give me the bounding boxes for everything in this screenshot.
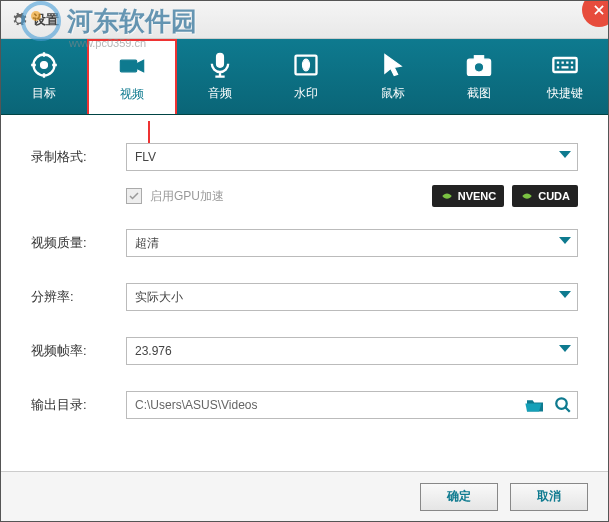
- camera-icon: [465, 51, 493, 79]
- svg-point-9: [556, 398, 567, 409]
- tab-label: 水印: [294, 85, 318, 102]
- nvidia-icon: [440, 189, 454, 203]
- svg-rect-8: [553, 58, 576, 72]
- format-label: 录制格式:: [31, 148, 126, 166]
- select-value: 23.976: [135, 344, 172, 358]
- search-icon: [554, 396, 572, 414]
- select-value: FLV: [135, 150, 156, 164]
- tab-mouse[interactable]: 鼠标: [350, 39, 436, 114]
- fps-label: 视频帧率:: [31, 342, 126, 360]
- svg-rect-2: [121, 60, 137, 72]
- tab-hotkey[interactable]: 快捷键: [522, 39, 608, 114]
- tab-label: 目标: [32, 85, 56, 102]
- settings-panel: 录制格式: FLV 启用GPU加速 NVENC CUDA 视频质量: 超清: [1, 115, 608, 455]
- tab-label: 鼠标: [381, 85, 405, 102]
- format-select[interactable]: FLV: [126, 143, 578, 171]
- keyboard-icon: [551, 51, 579, 79]
- chevron-down-icon: [559, 291, 571, 298]
- output-label: 输出目录:: [31, 396, 126, 414]
- tab-video[interactable]: 视频: [87, 39, 177, 114]
- ok-button[interactable]: 确定: [420, 483, 498, 511]
- check-icon: [128, 190, 140, 202]
- window-title: 设置: [33, 11, 59, 29]
- tab-watermark[interactable]: 水印: [263, 39, 349, 114]
- titlebar: 设置: [1, 1, 608, 39]
- svg-rect-3: [217, 53, 224, 67]
- output-path-input[interactable]: [126, 391, 578, 419]
- video-icon: [118, 52, 146, 80]
- nvidia-icon: [520, 189, 534, 203]
- chevron-down-icon: [559, 237, 571, 244]
- open-folder-button[interactable]: [524, 394, 546, 416]
- tab-label: 截图: [467, 85, 491, 102]
- svg-point-6: [474, 63, 483, 72]
- browse-button[interactable]: [552, 394, 574, 416]
- cancel-button[interactable]: 取消: [510, 483, 588, 511]
- close-icon: [592, 3, 606, 17]
- cuda-badge: CUDA: [512, 185, 578, 207]
- gpu-label: 启用GPU加速: [150, 188, 424, 205]
- tab-label: 快捷键: [547, 85, 583, 102]
- gear-icon: [11, 12, 27, 28]
- chevron-down-icon: [559, 151, 571, 158]
- target-icon: [30, 51, 58, 79]
- resolution-label: 分辨率:: [31, 288, 126, 306]
- resolution-select[interactable]: 实际大小: [126, 283, 578, 311]
- watermark-icon: [292, 51, 320, 79]
- dialog-footer: 确定 取消: [1, 471, 608, 521]
- select-value: 超清: [135, 235, 159, 252]
- quality-label: 视频质量:: [31, 234, 126, 252]
- quality-select[interactable]: 超清: [126, 229, 578, 257]
- fps-select[interactable]: 23.976: [126, 337, 578, 365]
- tab-screenshot[interactable]: 截图: [436, 39, 522, 114]
- folder-icon: [525, 397, 545, 413]
- select-value: 实际大小: [135, 289, 183, 306]
- svg-point-1: [41, 62, 48, 69]
- close-button[interactable]: [582, 0, 609, 27]
- tab-label: 音频: [208, 85, 232, 102]
- chevron-down-icon: [559, 345, 571, 352]
- svg-rect-7: [474, 56, 483, 61]
- tab-audio[interactable]: 音频: [177, 39, 263, 114]
- gpu-checkbox[interactable]: [126, 188, 142, 204]
- tab-label: 视频: [120, 86, 144, 103]
- tab-bar: 目标 视频 音频 水印 鼠标 截图 快捷键: [1, 39, 608, 115]
- cursor-icon: [379, 51, 407, 79]
- nvenc-badge: NVENC: [432, 185, 505, 207]
- tab-target[interactable]: 目标: [1, 39, 87, 114]
- mic-icon: [206, 51, 234, 79]
